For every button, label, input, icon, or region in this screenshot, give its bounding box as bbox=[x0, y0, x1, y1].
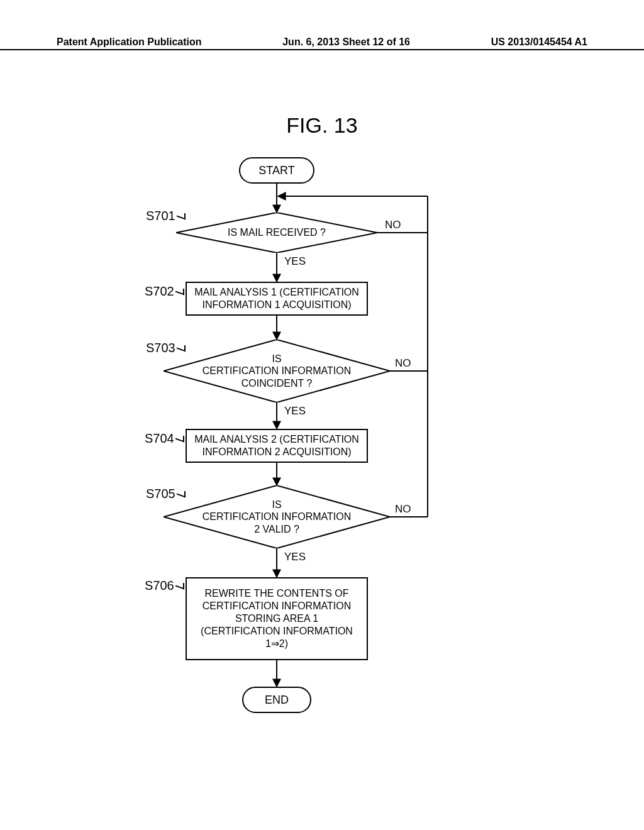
yes-label-s701: YES bbox=[284, 255, 306, 268]
yes-label-s703: YES bbox=[284, 405, 306, 418]
decision-s703: IS CERTIFICATION INFORMATION COINCIDENT … bbox=[164, 340, 390, 402]
terminator-end: END bbox=[242, 687, 311, 713]
process-s706: REWRITE THE CONTENTS OF CERTIFICATION IN… bbox=[186, 577, 368, 660]
start-label: START bbox=[258, 164, 294, 177]
figure-title: FIG. 13 bbox=[0, 113, 644, 138]
decision-s705-text: IS CERTIFICATION INFORMATION 2 VALID ? bbox=[164, 485, 390, 548]
flowchart: START IS MAIL RECEIVED ? S701 NO YES MAI… bbox=[113, 151, 516, 748]
step-label-s706: S706 bbox=[145, 578, 184, 593]
decision-s701: IS MAIL RECEIVED ? bbox=[176, 213, 377, 253]
no-label-s701: NO bbox=[385, 219, 401, 231]
header-right: US 2013/0145454 A1 bbox=[491, 36, 587, 48]
decision-s701-text: IS MAIL RECEIVED ? bbox=[176, 213, 377, 253]
end-label: END bbox=[265, 694, 289, 707]
process-s702: MAIL ANALYSIS 1 (CERTIFICATION INFORMATI… bbox=[186, 282, 368, 316]
decision-s705: IS CERTIFICATION INFORMATION 2 VALID ? bbox=[164, 485, 390, 548]
step-label-s702: S702 bbox=[145, 284, 184, 299]
header-center: Jun. 6, 2013 Sheet 12 of 16 bbox=[282, 36, 410, 48]
decision-s703-text: IS CERTIFICATION INFORMATION COINCIDENT … bbox=[164, 340, 390, 402]
yes-label-s705: YES bbox=[284, 551, 306, 563]
process-s704: MAIL ANALYSIS 2 (CERTIFICATION INFORMATI… bbox=[186, 429, 368, 463]
step-label-s701: S701 bbox=[146, 209, 186, 223]
step-label-s703: S703 bbox=[146, 341, 186, 355]
header-left: Patent Application Publication bbox=[57, 36, 202, 48]
process-s706-text: REWRITE THE CONTENTS OF CERTIFICATION IN… bbox=[201, 587, 353, 650]
page-header: Patent Application Publication Jun. 6, 2… bbox=[0, 49, 644, 62]
process-s704-text: MAIL ANALYSIS 2 (CERTIFICATION INFORMATI… bbox=[192, 433, 362, 458]
terminator-start: START bbox=[239, 157, 314, 184]
step-label-s704: S704 bbox=[145, 431, 184, 446]
step-label-s705: S705 bbox=[146, 487, 186, 501]
no-label-s703: NO bbox=[395, 357, 411, 370]
no-label-s705: NO bbox=[395, 503, 411, 516]
process-s702-text: MAIL ANALYSIS 1 (CERTIFICATION INFORMATI… bbox=[192, 286, 362, 311]
